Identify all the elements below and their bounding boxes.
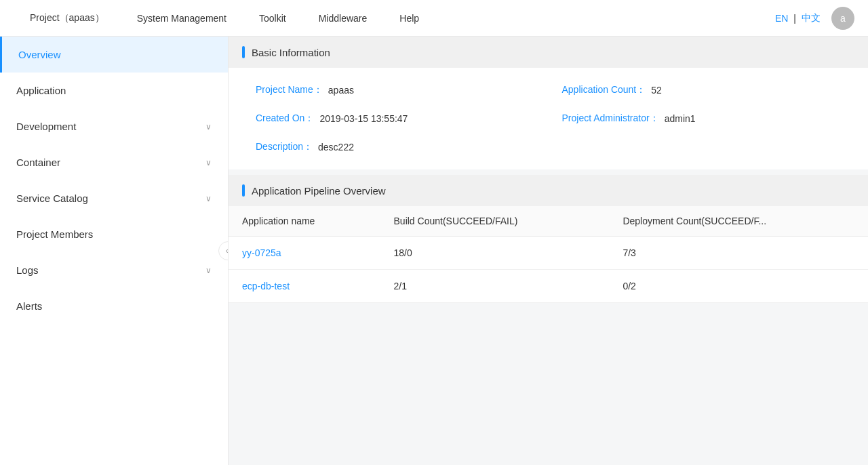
sidebar-item-overview[interactable]: Overview [0,37,228,73]
nav-system-management[interactable]: System Management [121,0,243,37]
main-layout: Overview Application Development ∨ Conta… [0,37,868,465]
section-bar-icon [242,46,245,58]
lang-separator: | [793,13,796,24]
sidebar-item-label: Alerts [16,300,42,312]
col-deploy-count: Deployment Count(SUCCEED/F... [609,206,868,237]
chevron-down-icon: ∨ [205,122,212,132]
sidebar-item-logs[interactable]: Logs ∨ [0,252,228,288]
created-on-value: 2019-03-15 13:55:47 [319,113,408,124]
chevron-down-icon: ∨ [205,194,212,203]
lang-en[interactable]: EN [775,13,788,24]
top-navigation: Project（apaas） System Management Toolkit… [0,0,868,37]
sidebar-item-application[interactable]: Application [0,73,228,108]
sidebar: Overview Application Development ∨ Conta… [0,37,229,465]
chevron-down-icon: ∨ [205,266,212,275]
info-row-project-name: Project Name： apaas [256,84,535,96]
build-count-value: 2/1 [380,270,610,303]
pipeline-title: Application Pipeline Overview [252,185,386,197]
language-switcher: EN | 中文 [775,12,821,24]
table-row: yy-0725a 18/0 7/3 [229,237,868,270]
pipeline-table-wrapper: Application name Build Count(SUCCEED/FAI… [229,206,868,303]
basic-info-header: Basic Information [229,37,868,68]
nav-project[interactable]: Project（apaas） [14,0,121,37]
deploy-count-value: 0/2 [609,270,868,303]
lang-zh[interactable]: 中文 [802,12,821,24]
main-content: Basic Information Project Name： apaas Ap… [229,37,868,465]
created-on-label: Created On： [256,113,314,125]
sidebar-item-label: Overview [18,49,61,60]
sidebar-item-development[interactable]: Development ∨ [0,108,228,144]
info-row-app-count: Application Count： 52 [562,84,842,96]
description-label: Description： [256,141,313,153]
deploy-count-value: 7/3 [609,237,868,270]
app-count-label: Application Count： [562,84,646,96]
description-value: desc222 [318,142,354,153]
app-name-link[interactable]: yy-0725a [229,237,380,270]
info-row-created-on: Created On： 2019-03-15 13:55:47 [256,113,535,125]
section-bar-icon [242,184,245,197]
col-build-count: Build Count(SUCCEED/FAIL) [380,206,610,237]
project-name-value: apaas [328,85,354,96]
project-admin-value: admin1 [665,113,696,124]
chevron-down-icon: ∨ [205,158,212,167]
build-count-value: 18/0 [380,237,610,270]
pipeline-header: Application Pipeline Overview [229,175,868,206]
table-body: yy-0725a 18/0 7/3 ecp-db-test 2/1 0/2 [229,237,868,303]
col-app-name: Application name [229,206,380,237]
sidebar-item-label: Logs [16,264,39,276]
nav-middleware[interactable]: Middleware [302,0,384,37]
table-header: Application name Build Count(SUCCEED/FAI… [229,206,868,237]
sidebar-item-label: Project Members [16,228,93,240]
nav-toolkit[interactable]: Toolkit [243,0,302,37]
project-admin-label: Project Administrator： [562,113,659,125]
nav-help[interactable]: Help [383,0,435,37]
sidebar-item-label: Development [16,121,76,132]
pipeline-table: Application name Build Count(SUCCEED/FAI… [229,206,868,303]
basic-info-section: Basic Information Project Name： apaas Ap… [229,37,868,169]
sidebar-item-label: Service Catalog [16,193,88,204]
info-grid: Project Name： apaas Application Count： 5… [256,84,841,153]
sidebar-item-label: Container [16,157,60,168]
info-row-project-admin: Project Administrator： admin1 [562,113,842,125]
sidebar-item-label: Application [16,85,66,96]
app-count-value: 52 [651,85,662,96]
sidebar-item-alerts[interactable]: Alerts [0,288,228,324]
sidebar-item-service-catalog[interactable]: Service Catalog ∨ [0,180,228,216]
table-row: ecp-db-test 2/1 0/2 [229,270,868,303]
basic-info-title: Basic Information [252,47,330,58]
nav-items: Project（apaas） System Management Toolkit… [14,0,775,37]
sidebar-item-project-members[interactable]: Project Members [0,216,228,252]
app-name-link[interactable]: ecp-db-test [229,270,380,303]
project-name-label: Project Name： [256,84,323,96]
pipeline-section: Application Pipeline Overview Applicatio… [229,175,868,303]
sidebar-item-container[interactable]: Container ∨ [0,144,228,180]
info-row-description: Description： desc222 [256,141,535,153]
basic-info-body: Project Name： apaas Application Count： 5… [229,68,868,169]
user-avatar[interactable]: a [831,7,854,30]
